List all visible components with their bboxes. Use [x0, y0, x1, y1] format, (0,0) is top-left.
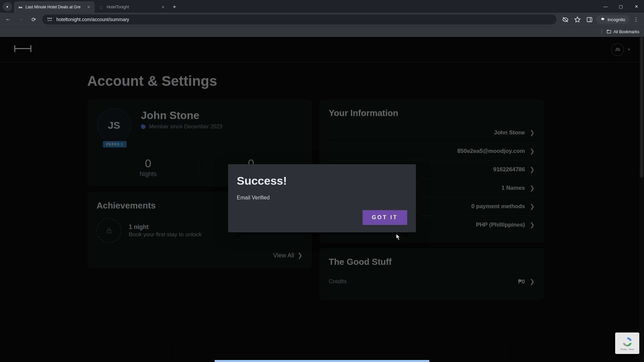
- url-text: hoteltonight.com/account/summary: [56, 17, 129, 22]
- bookmark-star-icon[interactable]: [572, 14, 583, 25]
- minimize-button[interactable]: —: [598, 0, 613, 13]
- divider: [601, 29, 602, 35]
- browser-toolbar: ← → ⟳ hoteltonight.com/account/summary I…: [0, 13, 644, 26]
- recaptcha-text: Privacy - Terms: [620, 348, 634, 351]
- eye-off-icon[interactable]: [560, 14, 571, 25]
- page-viewport: JS ▼ Account & Settings JS: [0, 37, 644, 362]
- modal-body: Email Verified: [237, 195, 407, 201]
- svg-point-1: [49, 18, 50, 19]
- tab-title: Last Minute Hotel Deals at Gre: [25, 5, 84, 9]
- tab-close-icon[interactable]: ×: [86, 4, 91, 10]
- tab-title: HotelTonight: [107, 5, 158, 9]
- incognito-label: Incognito: [607, 17, 625, 22]
- side-panel-icon[interactable]: [584, 14, 595, 25]
- svg-point-2: [51, 18, 52, 19]
- tab-search-button[interactable]: ▾: [3, 2, 12, 11]
- got-it-label: GOT IT: [372, 215, 398, 220]
- back-button[interactable]: ←: [3, 14, 13, 25]
- incognito-badge[interactable]: Incognito: [596, 15, 629, 24]
- tab-close-icon[interactable]: ×: [160, 4, 166, 10]
- browser-tab[interactable]: ◌ HotelTonight ×: [95, 1, 169, 13]
- svg-point-0: [48, 18, 49, 19]
- svg-rect-6: [587, 17, 592, 22]
- site-settings-icon[interactable]: [46, 16, 53, 23]
- bottom-notification-strip: [215, 360, 429, 362]
- got-it-button[interactable]: GOT IT: [363, 210, 407, 225]
- reload-button[interactable]: ⟳: [28, 14, 39, 25]
- success-modal: Success! Email Verified GOT IT: [228, 164, 416, 232]
- forward-button[interactable]: →: [15, 14, 26, 25]
- bookmarks-bar: All Bookmarks: [0, 26, 644, 37]
- all-bookmarks-label: All Bookmarks: [613, 29, 639, 34]
- all-bookmarks-button[interactable]: All Bookmarks: [606, 29, 639, 34]
- modal-title: Success!: [237, 174, 407, 187]
- recaptcha-badge[interactable]: Privacy - Terms: [615, 333, 639, 354]
- close-window-button[interactable]: ✕: [629, 0, 644, 13]
- maximize-button[interactable]: ▢: [613, 0, 629, 13]
- browser-tab-active[interactable]: 🛏 Last Minute Hotel Deals at Gre ×: [14, 1, 95, 13]
- tab-favicon: ◌: [99, 4, 104, 10]
- address-bar[interactable]: hoteltonight.com/account/summary: [42, 14, 556, 24]
- window-controls: — ▢ ✕: [598, 0, 644, 13]
- new-tab-button[interactable]: ＋: [170, 2, 179, 11]
- tab-favicon: 🛏: [17, 4, 23, 10]
- browser-menu-icon[interactable]: ⋮: [631, 14, 641, 25]
- browser-tab-strip: ▾ 🛏 Last Minute Hotel Deals at Gre × ◌ H…: [0, 0, 644, 13]
- svg-marker-5: [575, 17, 580, 22]
